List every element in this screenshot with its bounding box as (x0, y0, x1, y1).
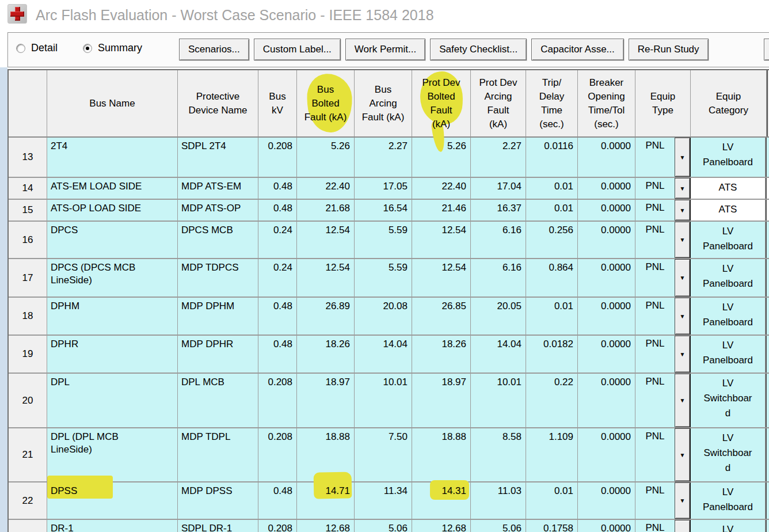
equip-type-dropdown-button[interactable]: ▼ (675, 200, 690, 221)
cell-equip-category[interactable]: ATS (690, 200, 766, 221)
cell-bus-bolted[interactable]: 18.97 (297, 374, 355, 427)
cell-bus-bolted[interactable]: 21.68 (297, 200, 355, 221)
cell-pd-arcing[interactable]: 16.37 (471, 200, 526, 221)
cell-bus-name[interactable]: 2T4 (47, 138, 178, 177)
cell-trip[interactable]: 0.864 (526, 259, 578, 297)
cell-bus-name[interactable]: DPCS (DPCS MCB LineSide) (47, 259, 178, 297)
cell-bus-bolted[interactable]: 22.40 (297, 178, 355, 199)
cell-breaker[interactable]: 0.0000 (578, 374, 635, 427)
cell-trip[interactable]: 0.1758 (526, 520, 578, 532)
cell-device[interactable]: MDP TDPL (178, 428, 258, 481)
cell-equip-category[interactable]: LV Panelboard (690, 336, 766, 373)
cell-bus-arcing[interactable]: 20.08 (355, 298, 412, 335)
cell-breaker[interactable]: 0.0000 (578, 200, 635, 221)
row-number[interactable]: 22 (9, 482, 47, 519)
cell-equip-category[interactable]: LV Panelboard (690, 298, 766, 335)
cell-device[interactable]: MDP TDPCS (178, 259, 258, 297)
cell-trip[interactable]: 0.01 (526, 298, 578, 335)
cell-bus-arcing[interactable]: 5.06 (355, 520, 412, 532)
cell-bus-arcing[interactable]: 14.04 (355, 336, 412, 373)
cell-pd-bolted[interactable]: 14.31 (412, 482, 471, 519)
row-number[interactable]: 18 (9, 298, 47, 335)
cell-breaker[interactable]: 0.0000 (578, 222, 635, 258)
cell-trip[interactable]: 0.01 (526, 482, 578, 519)
cell-pd-arcing[interactable]: 5.06 (471, 520, 526, 532)
equip-type-dropdown-button[interactable]: ▼ (675, 222, 690, 258)
cell-pd-arcing[interactable]: 20.05 (471, 298, 526, 335)
cell-breaker[interactable]: 0.0000 (578, 428, 635, 481)
cell-kv[interactable]: 0.48 (258, 200, 297, 221)
cell-equip-category[interactable]: LV Panelboard (690, 222, 766, 258)
equip-type-dropdown-button[interactable]: ▼ (675, 298, 690, 335)
equip-type-dropdown-button[interactable]: ▼ (675, 178, 690, 199)
radio-detail-circle[interactable] (16, 44, 25, 53)
cell-trip[interactable]: 0.01 (526, 200, 578, 221)
cell-breaker[interactable]: 0.0000 (578, 482, 635, 519)
cell-equip-category[interactable]: ATS (690, 178, 766, 199)
cell-device[interactable]: DPL MCB (178, 374, 258, 427)
equip-type-dropdown-button[interactable]: ▼ (675, 259, 690, 297)
radio-detail[interactable]: Detail (16, 42, 58, 54)
cell-pd-arcing[interactable]: 11.03 (471, 482, 526, 519)
cell-bus-name[interactable]: DPSS (47, 482, 178, 519)
cell-pd-arcing[interactable]: 17.04 (471, 178, 526, 199)
cell-bus-arcing[interactable]: 7.50 (355, 428, 412, 481)
cell-bus-arcing[interactable]: 2.27 (355, 138, 412, 177)
row-number[interactable]: 14 (9, 178, 47, 199)
toolbar-button-work-permit[interactable]: Work Permit... (345, 39, 425, 60)
cell-bus-name[interactable]: ATS-OP LOAD SIDE (47, 200, 178, 221)
cell-pd-arcing[interactable]: 6.16 (471, 222, 526, 258)
cell-bus-name[interactable]: ATS-EM LOAD SIDE (47, 178, 178, 199)
row-number[interactable]: 17 (9, 259, 47, 297)
cell-trip[interactable]: 0.22 (526, 374, 578, 427)
toolbar-button-scenarios[interactable]: Scenarios... (179, 39, 249, 60)
row-number[interactable]: 19 (9, 336, 47, 373)
cell-bus-name[interactable]: DR-1 (47, 520, 178, 532)
cell-kv[interactable]: 0.48 (258, 178, 297, 199)
cell-kv[interactable]: 0.24 (258, 222, 297, 258)
cell-device[interactable]: MDP DPHR (178, 336, 258, 373)
cell-trip[interactable]: 0.01 (526, 178, 578, 199)
cell-trip[interactable]: 0.0116 (526, 138, 578, 177)
cell-kv[interactable]: 0.208 (258, 138, 297, 177)
cell-bus-name[interactable]: DPHR (47, 336, 178, 373)
cell-pd-arcing[interactable]: 6.16 (471, 259, 526, 297)
equip-type-dropdown-button[interactable]: ▼ (675, 374, 690, 427)
equip-type-dropdown-button[interactable]: ▼ (675, 428, 690, 481)
cell-kv[interactable]: 0.48 (258, 298, 297, 335)
cell-device[interactable]: MDP ATS-EM (178, 178, 258, 199)
cell-equip-category[interactable]: LV Panelboard (690, 138, 766, 177)
cell-bus-bolted[interactable]: 14.71 (297, 482, 355, 519)
cell-bus-arcing[interactable]: 10.01 (355, 374, 412, 427)
cell-pd-arcing[interactable]: 2.27 (471, 138, 526, 177)
cell-pd-bolted[interactable]: 21.46 (412, 200, 471, 221)
row-number[interactable]: 15 (9, 200, 47, 221)
row-number[interactable]: 13 (9, 138, 47, 177)
cell-bus-bolted[interactable]: 26.89 (297, 298, 355, 335)
cell-pd-bolted[interactable]: 12.54 (412, 222, 471, 258)
cell-kv[interactable]: 0.48 (258, 482, 297, 519)
cell-device[interactable]: SDPL DR-1 (178, 520, 258, 532)
equip-type-dropdown-button[interactable]: ▼ (675, 138, 690, 177)
radio-summary-circle[interactable] (83, 44, 92, 53)
equip-type-dropdown-button[interactable]: ▼ (675, 482, 690, 519)
cell-equip-type[interactable]: PNL▼ (635, 482, 691, 519)
cell-bus-bolted[interactable]: 12.68 (297, 520, 355, 532)
cell-bus-name[interactable]: DPL (DPL MCB LineSide) (47, 428, 178, 481)
cell-pd-arcing[interactable]: 8.58 (471, 428, 526, 481)
cell-equip-type[interactable]: PNL▼ (635, 178, 691, 199)
cell-pd-bolted[interactable]: 18.26 (412, 336, 471, 373)
toolbar-button-safety-checklist[interactable]: Safety Checklist... (430, 39, 527, 60)
cell-pd-bolted[interactable]: 26.85 (412, 298, 471, 335)
cell-equip-category[interactable]: LV (690, 520, 766, 532)
cell-kv[interactable]: 0.208 (258, 520, 297, 532)
cell-pd-bolted[interactable]: 12.68 (412, 520, 471, 532)
row-number[interactable] (9, 520, 47, 532)
equip-type-dropdown-button[interactable]: ▼ (675, 520, 690, 532)
cell-equip-type[interactable]: PNL▼ (635, 138, 691, 177)
toolbar-button-re-run-study[interactable]: Re-Run Study (629, 39, 709, 60)
cell-breaker[interactable]: 0.0000 (578, 298, 635, 335)
cell-pd-bolted[interactable]: 22.40 (412, 178, 471, 199)
cell-pd-bolted[interactable]: 18.97 (412, 374, 471, 427)
row-number[interactable]: 20 (9, 374, 47, 427)
